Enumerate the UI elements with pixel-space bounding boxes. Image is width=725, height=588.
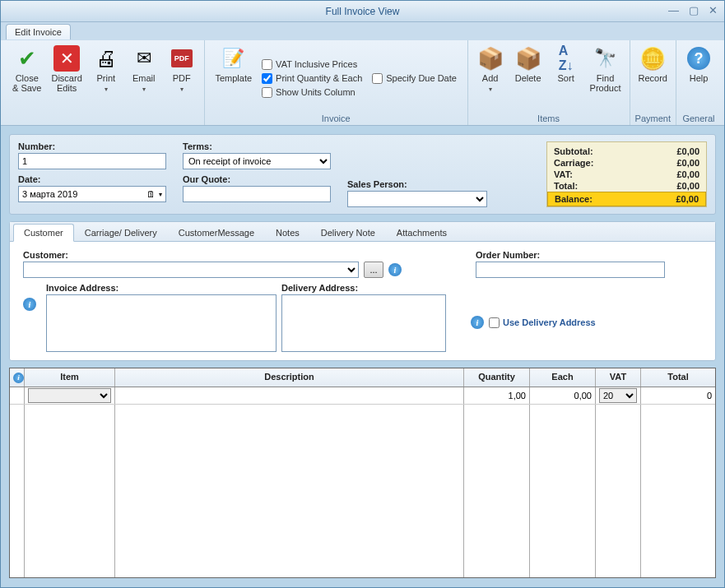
table-row: 1,00 0,00 20 0	[10, 387, 715, 405]
info-icon[interactable]: i	[388, 263, 402, 276]
pdf-icon: PDF	[169, 45, 195, 72]
delivery-address-text[interactable]	[281, 294, 446, 352]
our-quote-label: Our Quote:	[183, 174, 331, 184]
help-icon: ?	[685, 45, 712, 72]
line-items-grid: i Item Description Quantity Each VAT Tot…	[9, 368, 716, 578]
maximize-icon[interactable]: ▢	[689, 4, 699, 16]
vat-inclusive-check[interactable]: VAT Inclusive Prices	[262, 59, 362, 70]
col-vat[interactable]: VAT	[596, 368, 641, 387]
subtotal-value: £0,00	[676, 146, 699, 156]
quantity-cell[interactable]: 1,00	[464, 387, 530, 404]
sort-button[interactable]: AZ↓ Sort	[549, 44, 583, 113]
tab-customer[interactable]: Customer	[13, 224, 74, 242]
specify-due-check[interactable]: Specify Due Date	[372, 73, 457, 84]
col-description[interactable]: Description	[115, 368, 464, 387]
template-button[interactable]: 📝 Template	[211, 44, 255, 113]
window-title: Full Invoice View	[326, 6, 400, 17]
add-button[interactable]: 📦 Add▾	[473, 44, 508, 113]
box-add-icon: 📦	[477, 45, 504, 72]
browse-button[interactable]: ...	[364, 262, 383, 278]
checkmark-icon: ✔	[14, 45, 40, 72]
vat-value: £0,00	[676, 169, 699, 179]
customer-label: Customer:	[23, 250, 402, 260]
find-product-button[interactable]: 🔭 Find Product	[587, 44, 625, 113]
header-panel: Number: Date: 3 марта 2019 🗓 ▾ Terms: On…	[9, 134, 716, 215]
use-delivery-check[interactable]: Use Delivery Address	[489, 317, 596, 328]
ribbon-tabstrip: Edit Invoice	[1, 22, 724, 40]
help-button[interactable]: ? Help	[681, 44, 716, 113]
pdf-button[interactable]: PDF PDF▾	[165, 44, 199, 113]
col-quantity[interactable]: Quantity	[464, 368, 530, 387]
record-button[interactable]: 🪙 Record	[635, 44, 671, 113]
printer-icon: 🖨	[93, 45, 119, 72]
show-units-check[interactable]: Show Units Column	[262, 87, 362, 98]
info-icon[interactable]: i	[471, 316, 484, 329]
totals-panel: Subtotal:£0,00 Carriage:£0,00 VAT:£0,00 …	[546, 141, 707, 207]
customer-select[interactable]	[23, 262, 359, 278]
balance-value: £0,00	[676, 194, 699, 204]
box-delete-icon: 📦	[515, 45, 541, 72]
order-number-input[interactable]	[476, 262, 665, 278]
delivery-address-label: Delivery Address:	[281, 283, 446, 293]
tab-carriage[interactable]: Carriage/ Delivery	[74, 224, 168, 241]
x-icon: ✕	[53, 45, 80, 72]
carriage-value: £0,00	[676, 158, 699, 168]
number-input[interactable]	[18, 153, 166, 169]
invoice-address-label: Invoice Address:	[46, 283, 277, 293]
sales-person-select[interactable]	[347, 191, 487, 207]
email-button[interactable]: ✉ Email▾	[127, 44, 161, 113]
each-cell[interactable]: 0,00	[530, 387, 596, 404]
item-cell-select[interactable]	[28, 388, 111, 403]
col-item[interactable]: Item	[25, 368, 115, 387]
description-cell[interactable]	[115, 387, 464, 404]
calendar-icon: 🗓	[146, 189, 156, 199]
coins-icon: 🪙	[639, 45, 666, 72]
terms-label: Terms:	[183, 141, 331, 151]
date-picker[interactable]: 3 марта 2019 🗓 ▾	[18, 186, 166, 202]
invoice-address-text[interactable]	[46, 294, 277, 352]
sort-icon: AZ↓	[553, 45, 579, 72]
print-qty-check[interactable]: Print Quantity & Each	[262, 73, 362, 84]
vat-cell-select[interactable]: 20	[599, 388, 637, 403]
ribbon: ✔ Close & Save ✕ Discard Edits 🖨 Print▾ …	[1, 40, 724, 126]
col-each[interactable]: Each	[530, 368, 596, 387]
tab-attachments[interactable]: Attachments	[386, 224, 458, 241]
tab-notes[interactable]: Notes	[265, 224, 310, 241]
tab-edit-invoice[interactable]: Edit Invoice	[6, 24, 71, 39]
minimize-icon[interactable]: —	[668, 4, 679, 16]
sales-person-label: Sales Person:	[347, 179, 487, 189]
terms-select[interactable]: On receipt of invoice	[183, 153, 331, 169]
number-label: Number:	[18, 141, 166, 151]
close-icon[interactable]: ✕	[709, 4, 718, 16]
our-quote-input[interactable]	[183, 186, 331, 202]
info-icon[interactable]: i	[23, 298, 36, 311]
date-label: Date:	[18, 174, 166, 184]
delete-button[interactable]: 📦 Delete	[511, 44, 546, 113]
titlebar: Full Invoice View — ▢ ✕	[1, 1, 724, 22]
binoculars-icon: 🔭	[593, 45, 619, 72]
total-value: £0,00	[676, 181, 699, 191]
detail-tabs-panel: Customer Carriage/ Delivery CustomerMess…	[9, 221, 716, 361]
close-save-button[interactable]: ✔ Close & Save	[9, 44, 44, 113]
info-column-header: i	[10, 368, 25, 387]
tab-delivery-note[interactable]: Delivery Note	[310, 224, 386, 241]
chevron-down-icon: ▾	[159, 191, 162, 198]
envelope-icon: ✉	[131, 45, 157, 72]
template-icon: 📝	[221, 45, 247, 72]
order-number-label: Order Number:	[476, 250, 665, 260]
discard-button[interactable]: ✕ Discard Edits	[48, 44, 85, 113]
tab-customer-message[interactable]: CustomerMessage	[168, 224, 265, 241]
col-total[interactable]: Total	[641, 368, 715, 387]
total-cell[interactable]: 0	[641, 387, 715, 404]
print-button[interactable]: 🖨 Print▾	[89, 44, 123, 113]
